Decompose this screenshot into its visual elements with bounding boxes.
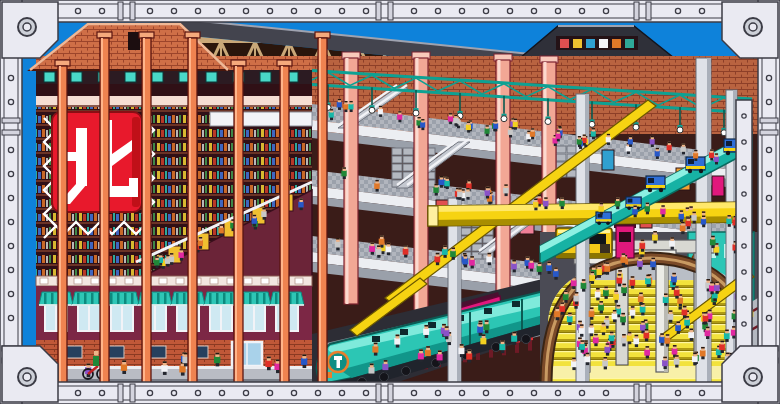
magenta-kiosk [614, 222, 636, 258]
inner-frame-strip [736, 100, 752, 384]
awning-window [105, 292, 139, 332]
left-station-building: 北 [30, 24, 312, 366]
attic-window [128, 32, 140, 50]
awning-building [36, 276, 312, 340]
station-scene-svg: 北 [0, 0, 780, 404]
scene: 北 [22, 16, 758, 390]
pixel-art-station-illustration: 北 [0, 0, 780, 404]
awning-window [39, 292, 73, 332]
awning-window [204, 292, 238, 332]
